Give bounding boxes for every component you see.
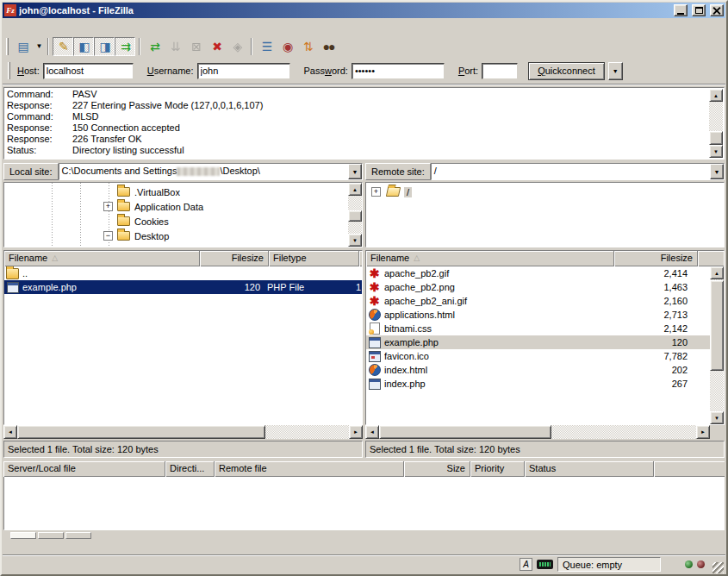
- remote-scrollbar-thumb[interactable]: [710, 280, 724, 371]
- local-site-combo[interactable]: C:\Documents and Settings\Desktop\ ▼: [59, 163, 363, 180]
- scroll-up-arrow-icon[interactable]: ▲: [710, 266, 724, 279]
- filter-icon[interactable]: ☰: [256, 37, 277, 56]
- scroll-right-arrow-icon[interactable]: ►: [696, 425, 710, 439]
- remote-list-scrollbar[interactable]: ▲ ▼: [710, 266, 724, 424]
- scroll-right-arrow-icon[interactable]: ►: [349, 425, 363, 439]
- column-header[interactable]: Filesize △: [200, 251, 269, 266]
- directory-comparison-icon[interactable]: ◉: [277, 37, 297, 56]
- maximize-button[interactable]: [692, 4, 706, 16]
- local-site-dropdown-button[interactable]: ▼: [348, 164, 362, 179]
- scroll-left-arrow-icon[interactable]: ◄: [365, 425, 379, 439]
- synchronized-browsing-icon[interactable]: ⇅: [297, 37, 318, 56]
- quickconnect-grip[interactable]: [8, 62, 10, 79]
- queue-body[interactable]: [3, 477, 725, 530]
- local-directory-tree[interactable]: .VirtualBox + Application Data Cookies −: [3, 182, 363, 247]
- bitnami.css[interactable]: bitnami.css 2,142: [366, 322, 710, 335]
- scroll-down-arrow-icon[interactable]: ▼: [709, 145, 723, 158]
- column-header[interactable]: Filetype △: [269, 251, 359, 266]
- index.php[interactable]: index.php 267: [366, 377, 710, 391]
- toggle-local-tree-icon[interactable]: ◧: [73, 37, 94, 56]
- menu-help[interactable]: [87, 25, 101, 29]
- tab-failed-transfers[interactable]: [38, 532, 64, 539]
- process-queue-icon[interactable]: ⇊: [165, 37, 185, 56]
- column-header[interactable]: L △: [359, 251, 362, 266]
- local-list-body[interactable]: .. example.php 120 PHP File 1: [4, 266, 362, 424]
- tab-successful-transfers[interactable]: [65, 532, 91, 539]
- username-input[interactable]: [197, 63, 290, 79]
- column-header[interactable]: Filename △: [4, 251, 200, 266]
- toggle-message-log-icon[interactable]: ✎: [53, 37, 73, 56]
- toggle-remote-tree-icon[interactable]: ◨: [94, 37, 115, 56]
- apache_pb2.png[interactable]: apache_pb2.png 1,463: [366, 280, 710, 294]
- column-header[interactable]: Filename △: [366, 251, 614, 266]
- toggle-transfer-queue-icon[interactable]: ⇉: [115, 37, 135, 56]
- apache_pb2_ani.gif[interactable]: apache_pb2_ani.gif 2,160: [366, 294, 710, 308]
- apache_pb2.gif[interactable]: apache_pb2.gif 2,414: [366, 266, 710, 280]
- column-header[interactable]: Server/Local file: [3, 461, 165, 477]
- scroll-down-arrow-icon[interactable]: ▼: [348, 234, 362, 247]
- applications.html[interactable]: applications.html 2,713: [366, 308, 710, 322]
- quickconnect-dropdown-button[interactable]: ▼: [608, 62, 623, 80]
- tree-expander-icon[interactable]: +: [371, 187, 381, 197]
- index.html[interactable]: index.html 202: [366, 363, 710, 377]
- .VirtualBox[interactable]: .VirtualBox: [4, 185, 346, 199]
- menu-bookmarks[interactable]: [73, 25, 87, 29]
- ..[interactable]: ..: [4, 266, 362, 280]
- remote-directory-tree[interactable]: + /: [365, 182, 725, 247]
- remote-hscrollbar-thumb[interactable]: [379, 425, 551, 439]
- speed-limits-icon[interactable]: [537, 560, 553, 569]
- column-header[interactable]: Status: [525, 461, 654, 477]
- port-input[interactable]: [482, 63, 518, 79]
- scroll-left-arrow-icon[interactable]: ◄: [3, 425, 17, 439]
- column-header[interactable]: Filesize △: [614, 251, 698, 266]
- toolbar-grip[interactable]: [6, 38, 9, 55]
- local-hscrollbar-thumb[interactable]: [17, 425, 265, 439]
- reconnect-icon[interactable]: ◈: [227, 37, 247, 56]
- tree-expander-icon[interactable]: −: [103, 231, 113, 241]
- Desktop[interactable]: − Desktop: [4, 229, 346, 243]
- refresh-icon[interactable]: ⇄: [144, 37, 165, 56]
- menu-transfer[interactable]: [46, 25, 59, 29]
- remote-site-combo[interactable]: / ▼: [431, 163, 725, 180]
- scroll-down-arrow-icon[interactable]: ▼: [710, 411, 724, 424]
- tab-queued-files[interactable]: [10, 532, 36, 539]
- column-header[interactable]: Remote file: [215, 461, 404, 477]
- site-manager-icon[interactable]: ▤: [12, 37, 33, 56]
- column-header[interactable]: [654, 461, 725, 477]
- password-input[interactable]: [352, 63, 445, 79]
- local-tree-scrollbar-thumb[interactable]: [348, 210, 362, 222]
- example.php[interactable]: example.php 120: [366, 335, 710, 349]
- local-list-hscrollbar[interactable]: ◄ ►: [3, 425, 363, 439]
- example.php[interactable]: example.php 120 PHP File 1: [4, 280, 362, 294]
- remote-list-body[interactable]: apache_pb2.gif 2,414 apache_pb2.png 1,46…: [366, 266, 710, 424]
- minimize-button[interactable]: [674, 4, 688, 16]
- close-button[interactable]: [710, 4, 724, 16]
- /[interactable]: + /: [366, 185, 708, 199]
- host-input[interactable]: [43, 63, 134, 79]
- column-header[interactable]: Directi...: [165, 461, 215, 477]
- message-log[interactable]: Command: PASV Response: 227 Entering Pas…: [3, 87, 725, 160]
- column-header[interactable]: Priority: [470, 461, 525, 477]
- find-files-icon[interactable]: ●●: [318, 37, 339, 56]
- site-manager-dropdown-icon[interactable]: ▼: [33, 37, 44, 56]
- scroll-up-arrow-icon[interactable]: ▲: [348, 183, 362, 196]
- menu-edit[interactable]: [18, 25, 32, 29]
- resize-grip[interactable]: [712, 562, 724, 573]
- column-header[interactable]: Size: [404, 461, 470, 477]
- local-tree-scrollbar[interactable]: ▲ ▼: [348, 183, 362, 247]
- menu-file[interactable]: [4, 25, 18, 29]
- favicon.ico[interactable]: favicon.ico 7,782: [366, 349, 710, 363]
- quickconnect-button[interactable]: Quickconnect: [528, 62, 605, 80]
- remote-list-hscrollbar[interactable]: ◄ ►: [365, 425, 710, 439]
- log-scrollbar-thumb[interactable]: [709, 131, 723, 145]
- tree-expander-icon[interactable]: +: [103, 202, 113, 211]
- scroll-up-arrow-icon[interactable]: ▲: [709, 89, 723, 102]
- disconnect-icon[interactable]: ✖: [206, 37, 227, 56]
- cancel-operation-icon[interactable]: ⊠: [185, 37, 206, 56]
- menu-server[interactable]: [59, 25, 73, 29]
- log-scrollbar[interactable]: ▲ ▼: [709, 89, 723, 158]
- Application Data[interactable]: + Application Data: [4, 199, 346, 214]
- remote-site-dropdown-button[interactable]: ▼: [710, 164, 724, 179]
- Cookies[interactable]: Cookies: [4, 214, 346, 229]
- menu-view[interactable]: [32, 25, 46, 29]
